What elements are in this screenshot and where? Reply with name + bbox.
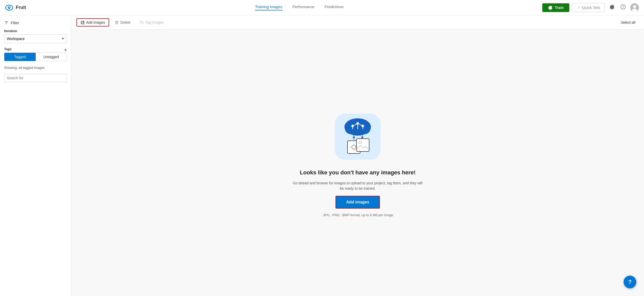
user-avatar[interactable] <box>630 3 639 12</box>
search-input[interactable] <box>4 74 67 82</box>
nav-training-images[interactable]: Training Images <box>255 5 282 10</box>
sidebar: Filter Iteration Workspace Tags + Tagged… <box>0 15 71 296</box>
help-fab-icon: ? <box>628 279 632 285</box>
header: Fruit Training Images Performance Predic… <box>0 0 644 15</box>
app-logo[interactable]: Fruit <box>5 4 56 12</box>
help-header-button[interactable]: ? <box>619 3 627 12</box>
tags-header: Tags + <box>4 47 67 53</box>
svg-point-17 <box>141 21 141 22</box>
nav-performance[interactable]: Performance <box>292 5 314 10</box>
svg-rect-8 <box>81 21 84 24</box>
svg-text:?: ? <box>622 5 624 9</box>
empty-title: Looks like you don't have any images her… <box>300 169 416 176</box>
tags-section: Tags + Tagged Untagged <box>4 47 67 61</box>
settings-icon <box>609 4 614 9</box>
quick-test-button[interactable]: ✓ Quick Test <box>572 3 605 12</box>
delete-toolbar-button[interactable]: Delete <box>111 19 134 26</box>
iteration-select[interactable]: Workspace <box>4 34 67 43</box>
filter-label: Filter <box>11 21 19 25</box>
showing-text: Showing: all tagged images <box>4 66 45 70</box>
tagged-button[interactable]: Tagged <box>4 53 36 61</box>
svg-rect-12 <box>115 21 118 24</box>
tag-icon <box>140 20 144 24</box>
svg-point-6 <box>633 5 636 8</box>
delete-icon <box>115 20 119 24</box>
add-images-toolbar-button[interactable]: Add images <box>76 18 109 27</box>
iteration-section: Iteration Workspace <box>4 29 67 43</box>
showing-section: Showing: all tagged images <box>4 65 67 70</box>
app-title: Fruit <box>16 5 26 10</box>
empty-subtitle: Go ahead and browse for images to upload… <box>291 181 424 191</box>
empty-state: Looks like you don't have any images her… <box>71 30 644 296</box>
select-all-button[interactable]: Select all <box>617 19 639 26</box>
svg-rect-41 <box>356 139 369 151</box>
filter-icon <box>4 20 9 25</box>
avatar-icon <box>630 3 639 12</box>
tag-images-toolbar-button[interactable]: Tag images <box>136 19 167 26</box>
gear-train-icon <box>548 5 552 10</box>
iteration-label: Iteration <box>4 29 67 33</box>
format-hint: .JPG, .PNG, .BMP format, up to 6 MB per … <box>322 213 393 217</box>
empty-illustration <box>330 109 386 165</box>
help-fab-button[interactable]: ? <box>624 276 636 288</box>
body-layout: Filter Iteration Workspace Tags + Tagged… <box>0 15 644 296</box>
add-images-icon <box>81 20 85 24</box>
main-nav: Training Images Performance Predictions <box>56 5 542 10</box>
add-images-center-button[interactable]: Add images <box>336 196 380 209</box>
nav-predictions[interactable]: Predictions <box>325 5 343 10</box>
check-icon: ✓ <box>577 5 581 10</box>
svg-point-2 <box>9 7 10 8</box>
untagged-button[interactable]: Untagged <box>36 53 67 61</box>
eye-logo-icon <box>5 4 13 12</box>
add-tag-button[interactable]: + <box>64 47 67 53</box>
header-actions: Train ✓ Quick Test ? <box>542 3 639 12</box>
settings-button[interactable] <box>608 3 616 12</box>
main-content: Add images Delete Tag images <box>71 15 644 296</box>
svg-rect-9 <box>82 22 84 24</box>
search-section <box>4 74 67 82</box>
question-icon: ? <box>621 4 626 9</box>
tag-toggle: Tagged Untagged <box>4 53 67 61</box>
train-button[interactable]: Train <box>542 3 569 12</box>
tags-label: Tags <box>4 47 11 51</box>
filter-row[interactable]: Filter <box>4 20 67 25</box>
toolbar: Add images Delete Tag images <box>71 15 644 30</box>
